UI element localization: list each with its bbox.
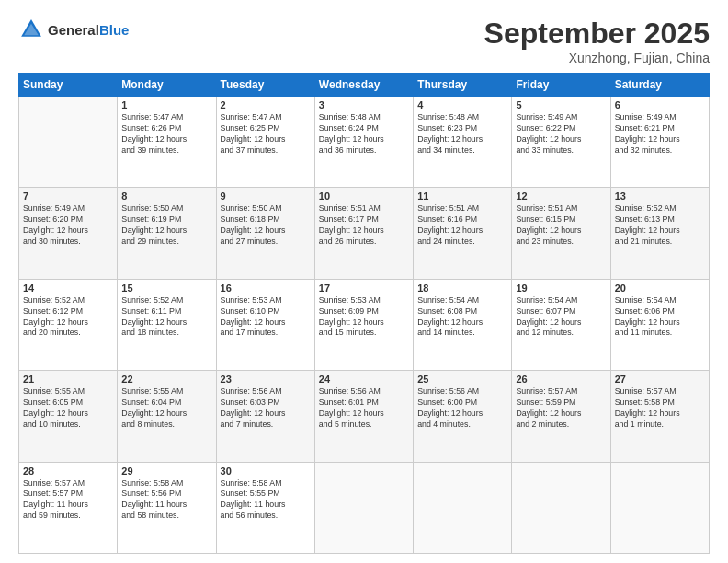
week-row-3: 14Sunrise: 5:52 AM Sunset: 6:12 PM Dayli… bbox=[19, 279, 710, 370]
day-number: 4 bbox=[417, 99, 507, 110]
weekday-header-wednesday: Wednesday bbox=[314, 74, 413, 97]
day-info: Sunrise: 5:57 AM Sunset: 5:59 PM Dayligh… bbox=[516, 386, 606, 431]
title-block: September 2025 Xunzhong, Fujian, China bbox=[484, 17, 710, 65]
calendar-cell bbox=[314, 462, 413, 553]
calendar-cell: 13Sunrise: 5:52 AM Sunset: 6:13 PM Dayli… bbox=[610, 188, 709, 279]
calendar-table: SundayMondayTuesdayWednesdayThursdayFrid… bbox=[18, 73, 710, 554]
day-number: 30 bbox=[221, 465, 311, 477]
day-info: Sunrise: 5:53 AM Sunset: 6:09 PM Dayligh… bbox=[319, 295, 409, 339]
header: GeneralBlue September 2025 Xunzhong, Fuj… bbox=[18, 17, 710, 65]
day-number: 17 bbox=[319, 282, 409, 293]
calendar-cell: 8Sunrise: 5:50 AM Sunset: 6:19 PM Daylig… bbox=[118, 188, 216, 279]
day-info: Sunrise: 5:54 AM Sunset: 6:07 PM Dayligh… bbox=[516, 295, 606, 339]
day-number: 25 bbox=[417, 373, 507, 385]
weekday-header-sunday: Sunday bbox=[19, 74, 118, 97]
day-info: Sunrise: 5:56 AM Sunset: 6:03 PM Dayligh… bbox=[221, 386, 311, 431]
calendar-cell bbox=[610, 462, 709, 553]
day-info: Sunrise: 5:51 AM Sunset: 6:17 PM Dayligh… bbox=[319, 203, 409, 247]
calendar-cell: 26Sunrise: 5:57 AM Sunset: 5:59 PM Dayli… bbox=[512, 371, 610, 462]
day-number: 14 bbox=[23, 282, 113, 293]
logo-text: GeneralBlue bbox=[48, 22, 129, 38]
calendar-cell: 27Sunrise: 5:57 AM Sunset: 5:58 PM Dayli… bbox=[610, 371, 709, 462]
calendar-cell: 25Sunrise: 5:56 AM Sunset: 6:00 PM Dayli… bbox=[414, 371, 512, 462]
day-number: 8 bbox=[121, 190, 211, 201]
day-info: Sunrise: 5:52 AM Sunset: 6:12 PM Dayligh… bbox=[23, 295, 113, 339]
day-number: 13 bbox=[615, 190, 705, 201]
logo-icon bbox=[18, 17, 44, 42]
calendar-cell: 29Sunrise: 5:58 AM Sunset: 5:56 PM Dayli… bbox=[118, 462, 216, 553]
day-info: Sunrise: 5:51 AM Sunset: 6:15 PM Dayligh… bbox=[516, 203, 606, 247]
calendar-cell: 6Sunrise: 5:49 AM Sunset: 6:21 PM Daylig… bbox=[610, 97, 709, 188]
weekday-header-tuesday: Tuesday bbox=[216, 74, 314, 97]
day-info: Sunrise: 5:49 AM Sunset: 6:22 PM Dayligh… bbox=[516, 112, 606, 156]
day-number: 16 bbox=[221, 282, 311, 293]
day-number: 11 bbox=[417, 190, 507, 201]
calendar-cell: 10Sunrise: 5:51 AM Sunset: 6:17 PM Dayli… bbox=[314, 188, 413, 279]
day-info: Sunrise: 5:54 AM Sunset: 6:08 PM Dayligh… bbox=[417, 295, 507, 339]
day-number: 26 bbox=[516, 373, 606, 385]
day-number: 15 bbox=[121, 282, 211, 293]
calendar-cell: 15Sunrise: 5:52 AM Sunset: 6:11 PM Dayli… bbox=[118, 279, 216, 370]
day-number: 1 bbox=[121, 99, 211, 110]
day-info: Sunrise: 5:54 AM Sunset: 6:06 PM Dayligh… bbox=[615, 295, 705, 339]
weekday-header-row: SundayMondayTuesdayWednesdayThursdayFrid… bbox=[19, 74, 710, 97]
day-number: 22 bbox=[121, 373, 211, 385]
calendar-cell bbox=[512, 462, 610, 553]
calendar-cell: 23Sunrise: 5:56 AM Sunset: 6:03 PM Dayli… bbox=[216, 371, 314, 462]
calendar-cell: 3Sunrise: 5:48 AM Sunset: 6:24 PM Daylig… bbox=[314, 97, 413, 188]
day-info: Sunrise: 5:57 AM Sunset: 5:58 PM Dayligh… bbox=[615, 386, 705, 431]
calendar-cell: 30Sunrise: 5:58 AM Sunset: 5:55 PM Dayli… bbox=[216, 462, 314, 553]
week-row-1: 1Sunrise: 5:47 AM Sunset: 6:26 PM Daylig… bbox=[19, 97, 710, 188]
calendar-cell: 16Sunrise: 5:53 AM Sunset: 6:10 PM Dayli… bbox=[216, 279, 314, 370]
day-number: 28 bbox=[23, 465, 113, 477]
week-row-5: 28Sunrise: 5:57 AM Sunset: 5:57 PM Dayli… bbox=[19, 462, 710, 553]
weekday-header-monday: Monday bbox=[118, 74, 216, 97]
calendar-cell: 17Sunrise: 5:53 AM Sunset: 6:09 PM Dayli… bbox=[314, 279, 413, 370]
day-info: Sunrise: 5:50 AM Sunset: 6:19 PM Dayligh… bbox=[121, 203, 211, 247]
day-number: 20 bbox=[615, 282, 705, 293]
day-info: Sunrise: 5:55 AM Sunset: 6:05 PM Dayligh… bbox=[23, 386, 113, 431]
day-info: Sunrise: 5:47 AM Sunset: 6:26 PM Dayligh… bbox=[121, 112, 211, 156]
day-info: Sunrise: 5:58 AM Sunset: 5:56 PM Dayligh… bbox=[121, 478, 211, 523]
day-info: Sunrise: 5:48 AM Sunset: 6:23 PM Dayligh… bbox=[417, 112, 507, 156]
day-number: 27 bbox=[615, 373, 705, 385]
day-number: 5 bbox=[516, 99, 606, 110]
month-title: September 2025 bbox=[484, 17, 710, 51]
day-number: 18 bbox=[417, 282, 507, 293]
day-number: 12 bbox=[516, 190, 606, 201]
day-number: 29 bbox=[121, 465, 211, 477]
day-info: Sunrise: 5:48 AM Sunset: 6:24 PM Dayligh… bbox=[319, 112, 409, 156]
day-info: Sunrise: 5:58 AM Sunset: 5:55 PM Dayligh… bbox=[221, 478, 311, 523]
calendar-cell: 9Sunrise: 5:50 AM Sunset: 6:18 PM Daylig… bbox=[216, 188, 314, 279]
calendar-cell: 19Sunrise: 5:54 AM Sunset: 6:07 PM Dayli… bbox=[512, 279, 610, 370]
day-info: Sunrise: 5:55 AM Sunset: 6:04 PM Dayligh… bbox=[121, 386, 211, 431]
calendar-cell: 24Sunrise: 5:56 AM Sunset: 6:01 PM Dayli… bbox=[314, 371, 413, 462]
day-number: 3 bbox=[319, 99, 409, 110]
day-number: 6 bbox=[615, 99, 705, 110]
day-info: Sunrise: 5:52 AM Sunset: 6:13 PM Dayligh… bbox=[615, 203, 705, 247]
day-info: Sunrise: 5:50 AM Sunset: 6:18 PM Dayligh… bbox=[221, 203, 311, 247]
day-info: Sunrise: 5:57 AM Sunset: 5:57 PM Dayligh… bbox=[23, 478, 113, 523]
day-number: 9 bbox=[221, 190, 311, 201]
day-info: Sunrise: 5:56 AM Sunset: 6:01 PM Dayligh… bbox=[319, 386, 409, 431]
calendar-cell: 12Sunrise: 5:51 AM Sunset: 6:15 PM Dayli… bbox=[512, 188, 610, 279]
calendar-cell: 1Sunrise: 5:47 AM Sunset: 6:26 PM Daylig… bbox=[118, 97, 216, 188]
day-number: 7 bbox=[23, 190, 113, 201]
calendar-cell: 28Sunrise: 5:57 AM Sunset: 5:57 PM Dayli… bbox=[19, 462, 118, 553]
week-row-2: 7Sunrise: 5:49 AM Sunset: 6:20 PM Daylig… bbox=[19, 188, 710, 279]
calendar-cell: 21Sunrise: 5:55 AM Sunset: 6:05 PM Dayli… bbox=[19, 371, 118, 462]
page: GeneralBlue September 2025 Xunzhong, Fuj… bbox=[0, 0, 728, 563]
day-number: 21 bbox=[23, 373, 113, 385]
weekday-header-saturday: Saturday bbox=[610, 74, 709, 97]
calendar-cell: 22Sunrise: 5:55 AM Sunset: 6:04 PM Dayli… bbox=[118, 371, 216, 462]
week-row-4: 21Sunrise: 5:55 AM Sunset: 6:05 PM Dayli… bbox=[19, 371, 710, 462]
calendar-cell: 14Sunrise: 5:52 AM Sunset: 6:12 PM Dayli… bbox=[19, 279, 118, 370]
location: Xunzhong, Fujian, China bbox=[484, 51, 710, 65]
day-info: Sunrise: 5:53 AM Sunset: 6:10 PM Dayligh… bbox=[221, 295, 311, 339]
calendar-cell bbox=[19, 97, 118, 188]
day-number: 2 bbox=[221, 99, 311, 110]
calendar-cell bbox=[414, 462, 512, 553]
day-info: Sunrise: 5:56 AM Sunset: 6:00 PM Dayligh… bbox=[417, 386, 507, 431]
day-info: Sunrise: 5:52 AM Sunset: 6:11 PM Dayligh… bbox=[121, 295, 211, 339]
day-info: Sunrise: 5:51 AM Sunset: 6:16 PM Dayligh… bbox=[417, 203, 507, 247]
